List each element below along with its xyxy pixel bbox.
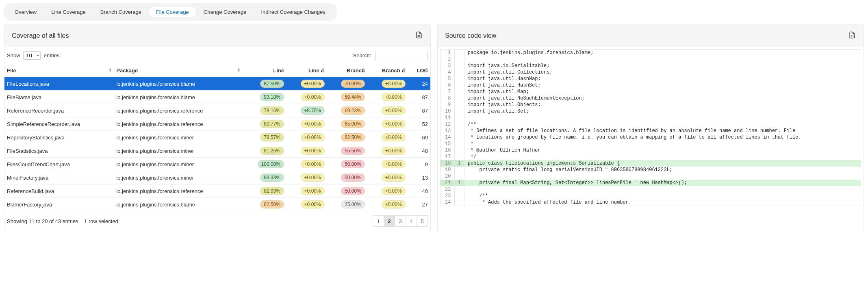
panel-title: Source code view	[445, 32, 496, 39]
coverage-pill: 70.00%	[341, 80, 365, 88]
coverage-pill: 69.44%	[341, 93, 365, 101]
code-line: 17 */	[441, 154, 861, 160]
coverage-pill: +0.00%	[301, 160, 325, 168]
col-line-[interactable]: Line Δ▲▼	[286, 64, 327, 77]
col-loc[interactable]: LOC▲▼	[408, 64, 430, 77]
tab-file-coverage[interactable]: File Coverage	[149, 7, 196, 17]
coverage-pill: +0.00%	[301, 120, 325, 128]
table-row[interactable]: FileLocations.javaio.jenkins.plugins.for…	[4, 77, 430, 91]
code-line: 20	[441, 173, 861, 180]
table-row[interactable]: SimpleReferenceRecorder.javaio.jenkins.p…	[4, 117, 430, 131]
col-file[interactable]: File▲▼	[4, 64, 114, 77]
code-line: 211 private final Map<String, Set<Intege…	[441, 180, 861, 186]
coverage-pill: 78.57%	[260, 133, 284, 141]
coverage-pill: 55.56%	[341, 147, 365, 155]
coverage-pill: +0.00%	[301, 93, 325, 101]
tab-line-coverage[interactable]: Line Coverage	[44, 7, 93, 17]
page-3[interactable]: 3	[395, 215, 406, 227]
code-line: 4import java.util.Collections;	[441, 69, 861, 76]
coverage-pill: 50.00%	[341, 187, 365, 195]
code-line: 15 *	[441, 141, 861, 147]
coverage-pill: 62.50%	[341, 133, 365, 141]
table-row[interactable]: MinerFactory.javaio.jenkins.plugins.fore…	[4, 171, 430, 184]
coverage-pill: +0.00%	[301, 133, 325, 141]
coverage-pill: +8.75%	[301, 106, 325, 115]
tab-change-coverage[interactable]: Change Coverage	[196, 7, 254, 17]
page-1[interactable]: 1	[373, 215, 384, 227]
code-file-icon[interactable]	[848, 31, 856, 40]
code-line: 12/**	[441, 121, 861, 128]
table-info: Showing 11 to 20 of 43 entries 1 row sel…	[7, 218, 118, 224]
coverage-pill: 65.00%	[341, 120, 365, 128]
coverage-pill: +0.00%	[382, 133, 406, 141]
pagination: 12345	[373, 215, 428, 227]
col-branch-[interactable]: Branch Δ▲▼	[367, 64, 408, 77]
entries-select[interactable]: 10	[23, 51, 41, 60]
code-line: 6import java.util.HashSet;	[441, 82, 861, 89]
coverage-pill: +0.00%	[301, 200, 325, 208]
tab-indirect-coverage-changes[interactable]: Indirect Coverage Changes	[254, 7, 332, 17]
code-line: 3import java.io.Serializable;	[441, 63, 861, 69]
table-row[interactable]: FileStatistics.javaio.jenkins.plugins.fo…	[4, 144, 430, 158]
coverage-pill: +0.00%	[382, 200, 406, 208]
table-row[interactable]: RepositoryStatistics.javaio.jenkins.plug…	[4, 131, 430, 144]
coverage-pill: 25.00%	[341, 200, 365, 208]
page-4[interactable]: 4	[406, 215, 417, 227]
table-row[interactable]: ReferenceBuild.javaio.jenkins.plugins.fo…	[4, 184, 430, 198]
coverage-pill: +0.00%	[382, 120, 406, 128]
code-line: 1package io.jenkins.plugins.forensics.bl…	[441, 50, 861, 56]
coverage-pill: 78.16%	[260, 106, 284, 115]
page-5[interactable]: 5	[417, 215, 428, 227]
coverage-pill: +0.00%	[301, 147, 325, 155]
table-row[interactable]: FilesCountTrendChart.javaio.jenkins.plug…	[4, 158, 430, 171]
col-line[interactable]: Line▲▼	[242, 64, 286, 77]
coverage-pill: +0.00%	[382, 187, 406, 195]
coverage-pill: 87.50%	[260, 80, 284, 88]
coverage-table: File▲▼Package▲▼Line▲▼Line Δ▲▼Branch▲▼Bra…	[4, 64, 430, 211]
coverage-files-panel: Coverage of all files Show 10 entries Se…	[4, 24, 431, 231]
search-input[interactable]	[375, 51, 428, 60]
code-line: 19 private static final long serialVersi…	[441, 167, 861, 173]
source-code-panel: Source code view 1package io.jenkins.plu…	[437, 24, 864, 231]
code-line: 14 * locations are grouped by file name,…	[441, 134, 861, 141]
coverage-pill: +0.00%	[382, 106, 406, 115]
code-line: 9import java.util.Objects;	[441, 102, 861, 108]
coverage-pill: +0.00%	[301, 187, 325, 195]
col-branch[interactable]: Branch▲▼	[327, 64, 367, 77]
code-line: 16 * @author Ullrich Hafner	[441, 147, 861, 154]
code-scroll[interactable]: 1package io.jenkins.plugins.forensics.bl…	[440, 49, 861, 206]
code-line: 181public class FileLocations implements…	[441, 160, 861, 167]
coverage-pill: 81.25%	[260, 147, 284, 155]
col-package[interactable]: Package▲▼	[114, 64, 242, 77]
coverage-pill: 80.77%	[260, 120, 284, 128]
coverage-pill: +0.00%	[382, 160, 406, 168]
code-line: 23 /**	[441, 193, 861, 199]
coverage-pill: 50.00%	[341, 174, 365, 182]
table-row[interactable]: ReferenceRecorder.javaio.jenkins.plugins…	[4, 104, 430, 117]
page-2[interactable]: 2	[384, 215, 395, 227]
code-line: 11	[441, 115, 861, 121]
code-line: 24 * Adds the specified affected file an…	[441, 199, 861, 206]
coverage-pill: +0.00%	[382, 93, 406, 101]
coverage-pill: 69.23%	[341, 106, 365, 115]
tab-branch-coverage[interactable]: Branch Coverage	[93, 7, 149, 17]
coverage-pill: +0.00%	[382, 147, 406, 155]
coverage-tabs: OverviewLine CoverageBranch CoverageFile…	[3, 3, 337, 21]
entries-length: Show 10 entries	[7, 51, 60, 60]
coverage-pill: 62.50%	[260, 200, 284, 208]
table-row[interactable]: FileBlame.javaio.jenkins.plugins.forensi…	[4, 91, 430, 104]
coverage-pill: +0.00%	[301, 174, 325, 182]
document-icon[interactable]	[415, 31, 423, 40]
coverage-pill: +0.00%	[301, 80, 325, 88]
coverage-pill: 93.33%	[260, 174, 284, 182]
code-line: 7import java.util.Map;	[441, 89, 861, 95]
tab-overview[interactable]: Overview	[7, 7, 44, 17]
code-line: 5import java.util.HashMap;	[441, 76, 861, 82]
code-line: 22	[441, 186, 861, 193]
table-row[interactable]: BlamerFactory.javaio.jenkins.plugins.for…	[4, 198, 430, 211]
coverage-pill: +0.00%	[382, 174, 406, 182]
code-line: 10import java.util.Set;	[441, 108, 861, 115]
coverage-pill: 93.18%	[260, 93, 284, 101]
code-line: 13 * Defines a set of file locations. A …	[441, 128, 861, 134]
coverage-pill: +0.00%	[382, 80, 406, 88]
